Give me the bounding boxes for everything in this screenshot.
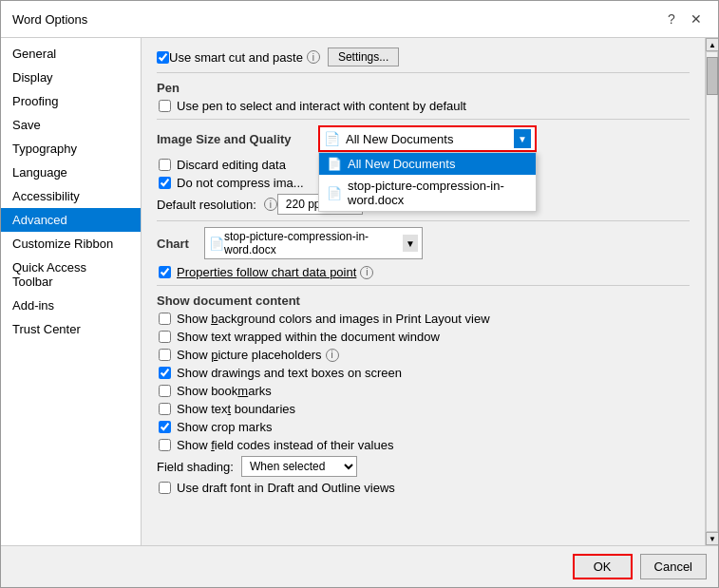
sidebar-item-customize-ribbon[interactable]: Customize Ribbon [1,232,141,256]
scrollbar: ▲ ▼ [705,38,718,545]
compress-checkbox[interactable] [159,177,171,189]
sidebar-item-advanced[interactable]: Advanced [1,208,141,232]
sidebar-item-add-ins[interactable]: Add-ins [1,294,141,317]
use-draft-checkbox[interactable] [159,482,171,494]
compress-label: Do not compress ima... [177,176,304,190]
sidebar-item-proofing[interactable]: Proofing [1,89,141,113]
show-drawings-row: Show drawings and text boxes on screen [159,366,690,380]
pen-checkbox[interactable] [159,100,171,112]
show-doc-label: Show document content [157,294,690,308]
dropdown-item-stop-compress[interactable]: 📄 stop-picture-compression-in-word.docx [319,175,536,211]
content-area: Use smart cut and paste i Settings... Pe… [142,38,705,545]
show-picture-checkbox[interactable] [159,349,171,361]
scroll-up-arrow[interactable]: ▲ [706,38,718,51]
sidebar-item-typography[interactable]: Typography [1,137,141,161]
show-field-codes-checkbox[interactable] [159,439,171,451]
properties-checkbox[interactable] [159,266,171,278]
show-text-wrap-row: Show text wrapped within the document wi… [159,330,690,344]
pen-checkbox-row: Use pen to select and interact with cont… [159,99,690,113]
show-bookmarks-checkbox[interactable] [159,385,171,397]
pen-section: Pen Use pen to select and interact with … [157,81,690,113]
field-shading-select[interactable]: When selected Always Never [241,456,357,477]
discard-checkbox[interactable] [159,159,171,171]
scroll-track[interactable] [706,51,718,532]
doc-icon-1: 📄 [327,157,342,171]
show-crop-row: Show crop marks [159,420,690,434]
properties-label: Properties follow chart data point [177,265,356,279]
settings-button[interactable]: Settings... [328,47,399,66]
show-bookmarks-row: Show bookmarks [159,384,690,398]
sidebar-item-trust-center[interactable]: Trust Center [1,317,141,341]
separator-3 [157,220,690,221]
close-button[interactable]: ✕ [686,9,707,29]
image-quality-dropdown[interactable]: 📄 All New Documents ▼ [318,125,537,152]
separator-1 [157,72,690,73]
sidebar-item-save[interactable]: Save [1,113,141,137]
dialog-body: General Display Proofing Save Typography… [1,38,718,545]
sidebar-item-display[interactable]: Display [1,66,141,89]
ok-button[interactable]: OK [573,554,633,579]
title-bar: Word Options ? ✕ [1,1,718,38]
show-field-codes-row: Show field codes instead of their values [159,438,690,452]
properties-info-icon: i [360,266,373,279]
use-draft-row: Use draft font in Draft and Outline view… [159,481,690,495]
chart-label: Chart [157,237,195,251]
image-quality-label: Image Size and Quality [157,132,309,146]
help-button[interactable]: ? [661,9,682,29]
smart-cut-checkbox[interactable] [157,51,169,64]
show-crop-checkbox[interactable] [159,421,171,433]
field-shading-row: Field shading: When selected Always Neve… [157,456,690,477]
dropdown-item-label-1: All New Documents [348,157,455,171]
use-draft-label: Use draft font in Draft and Outline view… [177,481,395,495]
image-quality-section: Image Size and Quality 📄 All New Documen… [157,125,690,215]
bottom-bar: OK Cancel [1,545,718,587]
show-doc-section: Show document content Show background co… [157,294,690,495]
dropdown-item-label-2: stop-picture-compression-in-word.docx [348,179,528,207]
sidebar: General Display Proofing Save Typography… [1,38,142,545]
show-crop-label: Show crop marks [177,420,272,434]
pen-section-label: Pen [157,81,690,95]
dropdown-item-all-new[interactable]: 📄 All New Documents [319,153,536,175]
show-boundaries-checkbox[interactable] [159,403,171,415]
show-text-wrap-checkbox[interactable] [159,331,171,343]
sidebar-item-language[interactable]: Language [1,161,141,184]
image-quality-selected: All New Documents [346,132,514,146]
show-boundaries-label: Show text boundaries [177,402,295,416]
show-bg-label: Show background colors and images in Pri… [177,312,490,326]
show-bg-checkbox[interactable] [159,313,171,325]
show-bg-row: Show background colors and images in Pri… [159,312,690,326]
show-drawings-label: Show drawings and text boxes on screen [177,366,402,380]
resolution-info-icon: i [264,198,277,211]
chart-row: Chart 📄 stop-picture-compression-in-word… [157,227,690,259]
image-quality-dropdown-arrow[interactable]: ▼ [514,129,531,148]
smart-cut-info-icon: i [307,50,320,64]
dialog-title: Word Options [12,12,87,27]
chart-selected: stop-picture-compression-in-word.docx [224,230,403,256]
cancel-button[interactable]: Cancel [640,554,707,579]
doc-icon-2: 📄 [327,186,342,200]
word-options-dialog: Word Options ? ✕ General Display Proofin… [0,0,719,588]
show-picture-info-icon: i [326,349,339,362]
show-bookmarks-label: Show bookmarks [177,384,272,398]
image-quality-dropdown-wrapper: 📄 All New Documents ▼ 📄 All New Document… [318,125,537,152]
scroll-down-arrow[interactable]: ▼ [706,532,718,545]
discard-label: Discard editing data [177,158,286,172]
show-picture-row: Show picture placeholders i [159,348,690,362]
sidebar-item-quick-access[interactable]: Quick Access Toolbar [1,256,141,294]
show-drawings-checkbox[interactable] [159,367,171,379]
resolution-label: Default resolution: [157,198,256,212]
separator-4 [157,285,690,286]
show-picture-label: Show picture placeholders [177,348,322,362]
chart-dropdown-arrow[interactable]: ▼ [403,235,418,252]
pen-label: Use pen to select and interact with cont… [177,99,466,113]
show-field-codes-label: Show field codes instead of their values [177,438,393,452]
separator-2 [157,119,690,120]
doc-icon: 📄 [324,131,340,146]
sidebar-item-general[interactable]: General [1,42,141,66]
title-controls: ? ✕ [661,9,707,29]
chart-dropdown[interactable]: 📄 stop-picture-compression-in-word.docx … [204,227,423,259]
chart-doc-icon: 📄 [209,237,224,251]
sidebar-item-accessibility[interactable]: Accessibility [1,184,141,208]
show-boundaries-row: Show text boundaries [159,402,690,416]
scroll-thumb[interactable] [707,57,718,95]
